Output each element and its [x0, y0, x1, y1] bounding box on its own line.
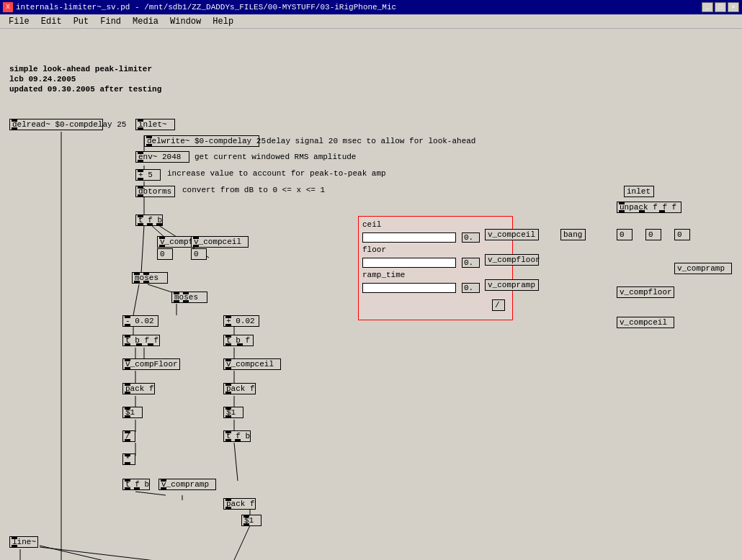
zero-ceil-box[interactable]: 0.	[462, 232, 480, 243]
tfb2-box[interactable]: t f b	[223, 430, 251, 442]
dbtorms-box[interactable]: dbtorms	[135, 186, 175, 197]
bang-r-box[interactable]: bang	[560, 229, 586, 240]
sl1-1-box[interactable]: $1	[122, 407, 143, 418]
v-compceil-r2-box[interactable]: v_compceil	[617, 317, 674, 328]
line-tilde-box[interactable]: line~	[9, 536, 38, 548]
tfb1-box[interactable]: t f b	[135, 214, 163, 226]
menu-help[interactable]: Help	[207, 16, 239, 27]
tbff-box[interactable]: t b f f	[122, 335, 160, 346]
subpatch-box: ceil floor ramp_time 0. 0. 0. v_compceil…	[358, 216, 513, 320]
menu-edit[interactable]: Edit	[35, 16, 68, 27]
tbf1-box[interactable]: t b f	[223, 335, 254, 346]
plus002-outlet	[225, 324, 231, 327]
env-label: env~ 2048	[138, 153, 181, 161]
title-bar: X internals-limiter~_sv.pd - /mnt/sdb1/Z…	[0, 0, 742, 14]
inlet-tilde-box[interactable]: inlet~	[135, 119, 175, 130]
tfb1-outlet1	[138, 223, 143, 226]
zero1-label: 0	[160, 250, 165, 258]
plus5-box[interactable]: + 5	[135, 169, 161, 181]
pack-f1-outlet	[125, 392, 130, 394]
tbf1-outlet2	[237, 343, 243, 346]
inlet-tilde-inlet	[138, 119, 143, 122]
maximize-button[interactable]: □	[715, 2, 726, 12]
zero2-box[interactable]: 0	[191, 248, 207, 260]
v-compceil-r-box[interactable]: v_compceil	[485, 229, 539, 240]
window-controls[interactable]: _ □ ✕	[702, 2, 739, 12]
ramp-input[interactable]	[362, 283, 456, 293]
line-tilde-inlet	[12, 536, 17, 539]
unpack-r-outlet3	[659, 210, 665, 213]
menu-media[interactable]: Media	[127, 16, 164, 27]
v-compceil2-box[interactable]: v_compceil	[223, 358, 281, 370]
header-line3: updated 09.30.2005 after testing	[9, 85, 161, 94]
star-inlet	[125, 453, 130, 456]
close-button[interactable]: ✕	[728, 2, 739, 12]
pack-f2-inlet	[225, 383, 231, 386]
canvas: simple look-ahead peak-limiter lcb 09.24…	[0, 29, 742, 560]
zero-r2-box[interactable]: 0	[645, 229, 661, 240]
sl1-1-outlet	[125, 415, 130, 418]
comment-increase: increase value to account for peak-to-pe…	[167, 169, 386, 178]
moses1-outlet1	[134, 281, 140, 284]
tbff-outlet1	[125, 343, 130, 346]
floor-input[interactable]	[362, 258, 456, 268]
minus002-box[interactable]: - 0.02	[122, 315, 158, 327]
moses2-box[interactable]: moses	[171, 292, 207, 303]
v-compceil1-box[interactable]: v_compceil	[191, 236, 249, 248]
zero1-box[interactable]: 0	[157, 248, 173, 260]
delwrite-box[interactable]: delwrite~ $0-compdelay 25	[144, 135, 259, 147]
v-compramp-r-box[interactable]: v_compramp	[485, 279, 539, 291]
pack-f1-box[interactable]: pack f	[122, 383, 155, 394]
unpack-r-inlet	[619, 202, 625, 204]
v-compfloor2-box[interactable]: v_compFloor	[122, 358, 180, 370]
minimize-button[interactable]: _	[702, 2, 713, 12]
sl1-3-outlet	[243, 523, 249, 526]
slash1-box[interactable]: /	[122, 430, 135, 442]
unpack-r-box[interactable]: unpack f f f	[617, 202, 681, 213]
tfb3-outlet1	[125, 487, 130, 490]
menu-put[interactable]: Put	[68, 16, 95, 27]
plus002-box[interactable]: + 0.02	[223, 315, 259, 327]
menu-window[interactable]: Window	[164, 16, 207, 27]
sl1-2-box[interactable]: $1	[223, 407, 243, 418]
svg-line-32	[40, 546, 144, 560]
menu-file[interactable]: File	[3, 16, 35, 27]
inlet-r-box[interactable]: inlet	[624, 186, 654, 197]
pack-f2-box[interactable]: pack f	[223, 383, 256, 394]
ceil-input[interactable]	[362, 232, 456, 243]
v-compramp1-box[interactable]: v_compramp	[158, 479, 216, 490]
menu-find[interactable]: Find	[94, 16, 127, 27]
zero-ramp-box[interactable]: 0.	[462, 283, 480, 293]
star-box[interactable]: *	[122, 453, 135, 465]
v-compramp-r2-box[interactable]: v_compramp	[674, 263, 732, 274]
plus5-outlet	[138, 178, 143, 181]
v-compfloor-r-box[interactable]: v_compfloor	[485, 254, 539, 266]
tbf1-outlet1	[225, 343, 231, 346]
header-line1: simple look-ahead peak-limiter	[9, 65, 152, 73]
zero2-label: 0	[194, 250, 199, 258]
tfb3-box[interactable]: t f b	[122, 479, 150, 490]
unpack-r-outlet2	[639, 210, 645, 213]
v-compfloor1-outlet	[159, 245, 165, 248]
v-compfloor-r2-box[interactable]: v_compfloor	[617, 286, 674, 298]
v-compramp1-inlet	[161, 479, 166, 482]
menu-bar: File Edit Put Find Media Window Help	[0, 14, 742, 29]
env-box[interactable]: env~ 2048	[135, 151, 189, 163]
star-outlet	[125, 462, 130, 465]
svg-line-33	[40, 547, 234, 560]
slash-r-box[interactable]: /	[492, 299, 505, 311]
moses1-box[interactable]: moses	[132, 272, 168, 284]
unpack-r-outlet1	[619, 210, 625, 213]
header-line2: lcb 09.24.2005	[9, 75, 76, 83]
comment-convert: convert from dB to 0 <= x <= 1	[182, 186, 325, 194]
sl1-1-inlet	[125, 407, 130, 410]
zero-r1-box[interactable]: 0	[617, 229, 633, 240]
pack-f3-box[interactable]: pack f	[223, 498, 256, 510]
delread-box[interactable]: delread~ $0-compdelay 25	[9, 119, 103, 130]
unpack-r-label: unpack f f f	[620, 203, 676, 212]
sl1-3-box[interactable]: $1	[241, 515, 262, 526]
zero-floor-box[interactable]: 0.	[462, 258, 480, 268]
zero-r3-box[interactable]: 0	[674, 229, 690, 240]
delwrite-outlet	[146, 144, 152, 147]
minus002-inlet	[125, 315, 130, 318]
